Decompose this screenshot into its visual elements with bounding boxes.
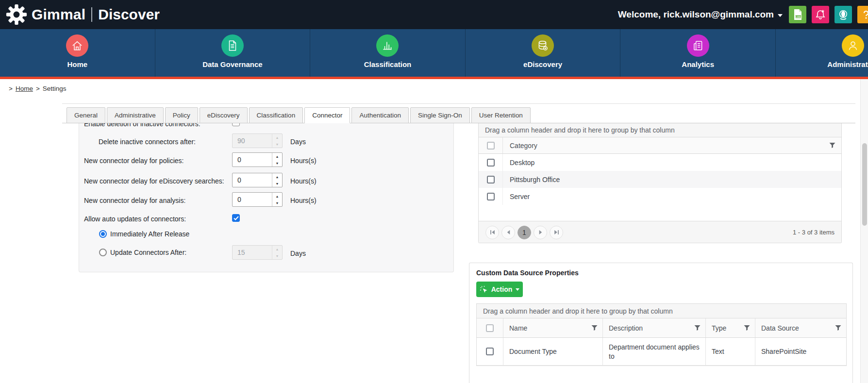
- nav-item-ediscovery[interactable]: eDiscovery: [466, 29, 621, 77]
- nav-item-administration[interactable]: Administration: [776, 29, 868, 77]
- breadcrumb-current: Settings: [43, 85, 67, 92]
- nav-item-classification[interactable]: Classification: [310, 29, 466, 77]
- delete-after-input-group: ▲ ▼: [232, 133, 283, 148]
- row-cell-select: [479, 171, 503, 188]
- delete-after-input: [233, 134, 272, 148]
- select-all-checkbox[interactable]: [487, 142, 495, 150]
- tab-connector[interactable]: Connector: [304, 107, 350, 123]
- nav-item-data-governance[interactable]: Data Governance: [155, 29, 311, 77]
- spinner-up-button[interactable]: ▲: [272, 153, 282, 160]
- pager-summary: 1 - 3 of 3 items: [793, 229, 835, 236]
- tab-authentication[interactable]: Authentication: [351, 107, 409, 123]
- section-title: Custom Data Source Properties: [476, 269, 846, 277]
- header-cell-category[interactable]: Category: [503, 137, 841, 153]
- spinner-up-button[interactable]: ▲: [272, 193, 282, 200]
- filter-icon[interactable]: [829, 142, 835, 149]
- policy-delay-unit: Hours(s): [290, 157, 317, 165]
- type-cell: Text: [706, 338, 755, 365]
- last-page-button[interactable]: [550, 226, 563, 239]
- filter-icon[interactable]: [591, 325, 598, 331]
- spinner-down-button[interactable]: ▼: [272, 180, 282, 187]
- header-cell-name[interactable]: Name: [503, 318, 603, 337]
- header-cell-data-source[interactable]: Data Source: [755, 318, 846, 337]
- nav-item-home[interactable]: Home: [0, 29, 155, 77]
- table-row[interactable]: Desktop: [479, 154, 841, 171]
- action-button-label: Action: [491, 285, 513, 293]
- tab-single-sign-on[interactable]: Single Sign-On: [410, 107, 470, 123]
- data-source-cell: SharePointSite: [755, 338, 846, 365]
- header-cell-type[interactable]: Type: [706, 318, 755, 337]
- group-drop-zone[interactable]: Drag a column header and drop it here to…: [477, 304, 846, 318]
- update-connectors-after-label: Update Connectors After:: [110, 249, 186, 256]
- delete-after-unit: Days: [290, 138, 306, 146]
- row-checkbox[interactable]: [487, 159, 495, 167]
- connector-tab-content: Enable deletion of inactive connectors: …: [62, 123, 855, 383]
- radio-unselected-icon[interactable]: [99, 249, 107, 256]
- row-cell-select: [479, 154, 503, 171]
- spinner-up-button[interactable]: ▲: [272, 173, 282, 180]
- alerts-bell-icon[interactable]: [812, 6, 829, 23]
- spinner-down-button[interactable]: ▼: [272, 160, 282, 167]
- update-after-unit: Days: [290, 250, 306, 257]
- tab-ediscovery[interactable]: eDiscovery: [200, 107, 248, 123]
- scrollbar-thumb[interactable]: [862, 143, 867, 226]
- gear-logo-icon: [6, 4, 27, 25]
- support-headset-icon[interactable]: [835, 6, 852, 23]
- page-1-button[interactable]: 1: [517, 226, 531, 239]
- breadcrumb-home-link[interactable]: Home: [16, 85, 33, 92]
- svg-text:LOG: LOG: [796, 16, 801, 18]
- nav-item-analytics[interactable]: Analytics: [620, 29, 776, 77]
- description-cell: Department document applies to: [603, 338, 706, 365]
- filter-icon[interactable]: [835, 325, 841, 331]
- update-connectors-after-option[interactable]: Update Connectors After:: [99, 249, 186, 256]
- immediately-after-release-option[interactable]: Immediately After Release: [99, 230, 189, 238]
- update-after-input: [233, 246, 272, 259]
- tab-general[interactable]: General: [67, 107, 105, 123]
- table-row[interactable]: Server: [479, 188, 841, 205]
- vertical-scrollbar[interactable]: [860, 79, 868, 383]
- nav-label: Data Governance: [202, 60, 262, 68]
- category-cell: Pittsburgh Office: [503, 176, 841, 183]
- radio-selected-icon[interactable]: [99, 230, 107, 238]
- spinner: ▲ ▼: [272, 193, 282, 206]
- spinner-down-button[interactable]: ▼: [272, 200, 282, 206]
- filter-icon[interactable]: [694, 325, 701, 331]
- action-button[interactable]: Action: [476, 282, 523, 297]
- help-icon[interactable]: [857, 6, 868, 23]
- report-icon: [687, 34, 709, 57]
- policy-delay-input-group: ▲ ▼: [232, 152, 283, 167]
- next-page-button[interactable]: [534, 226, 547, 239]
- brand-product: Discover: [98, 6, 160, 23]
- tab-classification[interactable]: Classification: [249, 107, 303, 123]
- welcome-text: Welcome, rick.wilson@gimmal.com: [618, 9, 774, 20]
- tab-policy[interactable]: Policy: [165, 107, 198, 123]
- row-checkbox[interactable]: [487, 176, 495, 183]
- spinner: ▲ ▼: [272, 153, 282, 167]
- tab-administrative[interactable]: Administrative: [107, 107, 164, 123]
- log-report-icon[interactable]: LOG: [789, 6, 806, 23]
- ediscovery-delay-input-group: ▲ ▼: [232, 173, 283, 187]
- ediscovery-delay-input[interactable]: [233, 173, 272, 187]
- category-grid-header: Category: [479, 137, 841, 154]
- row-checkbox[interactable]: [487, 193, 495, 200]
- previous-page-button[interactable]: [501, 226, 515, 239]
- breadcrumb: > Home > Settings: [9, 85, 67, 92]
- column-title: Data Source: [761, 324, 799, 332]
- row-checkbox[interactable]: [486, 348, 494, 355]
- brand-name: Gimmal: [32, 6, 85, 23]
- group-drop-zone[interactable]: Drag a column header and drop it here to…: [479, 123, 841, 137]
- header-icon-bar: LOG: [789, 6, 868, 23]
- table-row[interactable]: Document Type Department document applie…: [477, 338, 846, 366]
- select-all-checkbox[interactable]: [486, 324, 494, 332]
- user-menu[interactable]: Welcome, rick.wilson@gimmal.com: [618, 0, 783, 29]
- table-row[interactable]: Pittsburgh Office: [479, 171, 841, 188]
- category-cell: Desktop: [503, 159, 841, 167]
- auto-updates-checkbox[interactable]: [232, 214, 240, 222]
- filter-icon[interactable]: [744, 325, 750, 331]
- header-cell-description[interactable]: Description: [603, 318, 706, 337]
- analysis-delay-input[interactable]: [233, 193, 272, 206]
- policy-delay-input[interactable]: [233, 153, 272, 167]
- first-page-button[interactable]: [485, 226, 499, 239]
- grid-pager: 1 1 - 3 of 3 items: [479, 221, 841, 243]
- tab-user-retention[interactable]: User Retention: [471, 107, 531, 123]
